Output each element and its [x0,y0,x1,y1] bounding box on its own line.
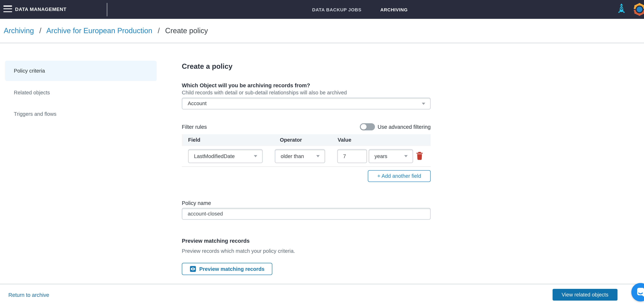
filter-rule-row: LastModifiedDate older than years [182,146,431,167]
breadcrumb-link-archive-name[interactable]: Archive for European Production [46,27,152,35]
top-nav-links: DATA BACKUP JOBS ARCHIVING [312,0,408,19]
advanced-filtering-toggle[interactable] [360,123,375,130]
preview-matching-records-button[interactable]: Preview matching records [182,263,272,275]
breadcrumb-separator: / [39,27,41,35]
footer-bar: Return to archive View related objects [0,284,644,306]
breadcrumb-link-archiving[interactable]: Archiving [4,27,34,35]
object-question-hint: Child records with detail or sub-detail … [182,90,347,96]
sidebar-item-policy-criteria[interactable]: Policy criteria [5,61,156,81]
filter-column-field: Field [188,134,200,146]
preview-button-label: Preview matching records [199,266,264,272]
object-question-label: Which Object will you be archiving recor… [182,82,310,88]
preview-section-title: Preview matching records [182,238,250,244]
advanced-filtering-label: Use advanced filtering [378,124,431,130]
chevron-down-icon [404,155,408,157]
sidebar-item-related-objects[interactable]: Related objects [5,83,156,103]
preview-eye-icon [190,266,196,272]
topbar-divider [107,3,107,16]
filter-operator-value: older than [275,153,316,159]
app-root: DATA MANAGEMENT DATA BACKUP JOBS ARCHIVI… [0,0,644,306]
filter-field-select[interactable]: LastModifiedDate [188,149,262,163]
sidebar-item-label: Policy criteria [14,68,45,74]
sidebar-item-label: Related objects [14,90,50,96]
delete-filter-row-trash-icon[interactable] [416,152,423,160]
filter-field-value: LastModifiedDate [188,153,254,159]
nav-item-data-backup-jobs[interactable]: DATA BACKUP JOBS [312,7,362,12]
object-select-value: Account [182,101,422,107]
nav-item-archiving[interactable]: ARCHIVING [380,7,408,12]
filter-rules-label: Filter rules [182,124,207,130]
page-title: Create a policy [182,63,232,71]
filter-rules-header: Filter rules Use advanced filtering [182,123,431,131]
advanced-filtering-control: Use advanced filtering [360,123,430,130]
breadcrumb-current-page: Create policy [165,27,208,35]
policy-name-label: Policy name [182,200,211,206]
add-another-field-button[interactable]: + Add another field [368,170,431,182]
sidebar-item-triggers-and-flows[interactable]: Triggers and flows [5,104,156,124]
top-nav-bar: DATA MANAGEMENT DATA BACKUP JOBS ARCHIVI… [0,0,644,19]
preview-section-description: Preview records which match your policy … [182,248,295,254]
breadcrumb: Archiving / Archive for European Product… [0,19,644,43]
view-related-objects-button[interactable]: View related objects [552,289,618,300]
filter-unit-select[interactable]: years [369,149,413,163]
toggle-knob [361,124,366,130]
policy-name-input[interactable] [182,208,431,220]
return-to-archive-link[interactable]: Return to archive [8,284,49,305]
filter-column-operator: Operator [280,134,302,146]
filter-column-value: Value [338,134,351,146]
breadcrumb-separator: / [158,27,160,35]
filter-operator-select[interactable]: older than [275,149,325,163]
rocket-icon[interactable] [618,3,625,15]
object-select[interactable]: Account [182,98,431,109]
chevron-down-icon [254,155,257,157]
sidebar-item-label: Triggers and flows [14,111,56,117]
chat-widget-button[interactable] [632,283,644,301]
filter-unit-value: years [369,153,404,159]
chevron-down-icon [422,103,425,105]
filter-table-header: Field Operator Value [182,134,431,146]
chevron-down-icon [316,155,320,157]
menu-icon[interactable] [3,6,12,14]
app-title: DATA MANAGEMENT [15,0,66,19]
account-gear-avatar-icon[interactable] [633,3,644,16]
filter-value-input[interactable] [337,149,367,163]
